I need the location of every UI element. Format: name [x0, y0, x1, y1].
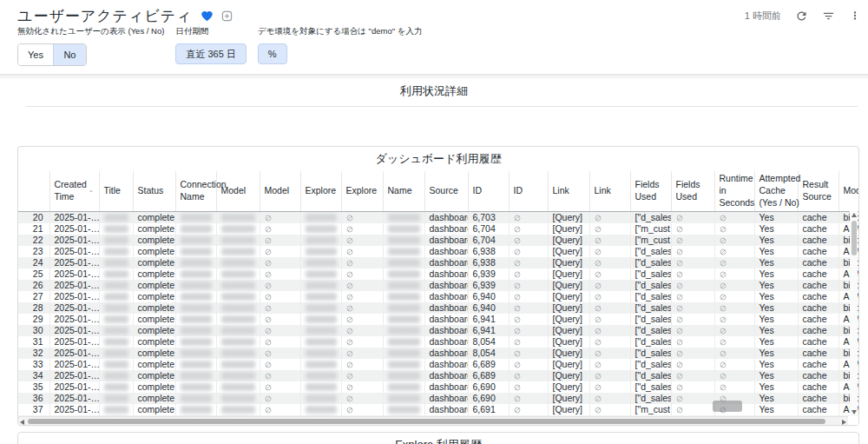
cell-link[interactable]: [Query] [548, 268, 589, 280]
cell-fields-used: ["d_sales… [630, 381, 671, 393]
cell-link[interactable]: [Query] [548, 314, 589, 325]
refresh-icon[interactable] [795, 10, 808, 23]
horizontal-scroll-thumb[interactable] [28, 419, 825, 424]
cell-link[interactable]: [Query] [548, 348, 589, 359]
cell-link[interactable]: [Query] [548, 211, 589, 223]
cell-attempted-cache: Yes [754, 314, 798, 325]
cell-attempted-cache: Yes [754, 336, 798, 348]
filter-bar-shadow [0, 74, 868, 80]
column-header-result-source[interactable]: Result Source [798, 171, 838, 211]
redacted-blur [181, 248, 212, 255]
column-header-row-number[interactable] [18, 171, 49, 211]
cell-runtime-in-seconds [714, 302, 754, 314]
cell-explore-2 [341, 404, 383, 415]
demo-filter-button[interactable]: % [258, 43, 287, 64]
cell-link[interactable]: [Query] [548, 223, 589, 235]
cell-link[interactable]: [Query] [548, 404, 589, 415]
cell-connection-name-redacted [175, 302, 216, 314]
cell-fields-used-2 [671, 404, 714, 415]
null-value-icon [676, 249, 683, 255]
cell-link[interactable]: [Query] [548, 280, 589, 291]
column-header-id-2[interactable]: ID [509, 171, 548, 211]
cell-created-time: 2025-01-… [49, 348, 99, 359]
cell-link[interactable]: [Query] [548, 257, 589, 268]
cell-fields-used-2 [671, 235, 714, 246]
null-value-icon [514, 305, 521, 312]
column-header-model-2[interactable]: Model [260, 171, 300, 211]
null-value-icon [720, 316, 727, 323]
redacted-blur [221, 394, 255, 402]
scroll-left-arrow[interactable] [20, 420, 24, 425]
cell-model-2 [260, 211, 300, 223]
cell-link[interactable]: [Query] [548, 336, 589, 348]
cell-link[interactable]: [Query] [548, 246, 589, 257]
column-header-source[interactable]: Source [424, 171, 468, 211]
cell-created-time: 2025-01-… [49, 336, 99, 348]
cell-explore-redacted [300, 370, 341, 381]
column-header-runtime-in-seconds[interactable]: Runtime in Seconds [714, 171, 754, 211]
column-header-model[interactable]: Model [216, 171, 260, 211]
cell-link[interactable]: [Query] [548, 302, 589, 314]
kebab-menu-icon[interactable] [849, 10, 861, 22]
column-header-explore[interactable]: Explore [300, 171, 341, 211]
vertical-scrollbar[interactable] [850, 211, 858, 416]
cell-fields-used: ["m_cust… [630, 223, 671, 235]
cell-fields-used: ["d_sales… [630, 359, 671, 370]
scroll-right-arrow[interactable] [842, 420, 846, 425]
column-header-attempted-cache[interactable]: Attempted Cache (Yes / No) [754, 171, 798, 211]
toggle-option-no[interactable]: No [53, 44, 86, 65]
column-header-link-2[interactable]: Link [589, 171, 630, 211]
cell-link[interactable]: [Query] [548, 359, 589, 370]
date-range-button[interactable]: 直近 365 日 [175, 43, 246, 64]
cell-title-redacted [99, 348, 133, 359]
null-value-icon [676, 339, 683, 346]
cell-link-2 [589, 336, 630, 348]
add-to-board-icon[interactable] [221, 10, 233, 22]
null-value-icon [720, 373, 727, 380]
column-header-name[interactable]: Name [383, 171, 424, 211]
horizontal-scrollbar[interactable] [18, 416, 858, 425]
favorite-heart-icon[interactable] [201, 10, 214, 23]
column-header-status[interactable]: Status [133, 171, 175, 211]
filter-label: デモ環境を対象にする場合は "demo" を入力 [258, 26, 423, 37]
cell-attempted-cache: Yes [754, 268, 798, 280]
scroll-down-arrow[interactable] [852, 410, 857, 414]
cell-runtime-in-seconds [714, 314, 754, 325]
cell-id-2 [509, 246, 548, 257]
cell-result-source: cache [798, 404, 838, 415]
cell-row-number: 21 [18, 223, 49, 235]
cell-fields-used: ["m_cust… [630, 404, 671, 415]
cell-status: complete [133, 381, 175, 393]
cell-link[interactable]: [Query] [548, 370, 589, 381]
cell-fields-used: ["d_sales… [630, 314, 671, 325]
column-header-created-time[interactable]: Created Time [49, 171, 99, 211]
cell-link[interactable]: [Query] [548, 381, 589, 393]
column-header-id[interactable]: ID [468, 171, 509, 211]
column-header-fields-used[interactable]: Fields Used [630, 171, 671, 211]
null-value-icon [720, 282, 727, 289]
null-value-icon [346, 282, 353, 289]
cell-link[interactable]: [Query] [548, 393, 589, 404]
column-header-fields-used-2[interactable]: Fields Used [671, 171, 714, 211]
redacted-blur [104, 372, 128, 380]
cell-title-redacted [99, 314, 133, 325]
column-header-link[interactable]: Link [548, 171, 589, 211]
cell-connection-name-redacted [175, 235, 216, 246]
column-header-title[interactable]: Title [99, 171, 133, 211]
cell-id: 6,940 [468, 291, 509, 302]
cell-model-2 [260, 348, 300, 359]
null-value-icon [676, 226, 683, 233]
toggle-option-yes[interactable]: Yes [18, 44, 53, 65]
column-header-models[interactable]: Models [838, 171, 858, 211]
cell-link[interactable]: [Query] [548, 325, 589, 336]
column-header-explore-2[interactable]: Explore [341, 171, 383, 211]
cell-link[interactable]: [Query] [548, 235, 589, 246]
vertical-scroll-thumb[interactable] [852, 221, 857, 255]
column-header-connection-name[interactable]: Connection Name [175, 171, 216, 211]
cell-link[interactable]: [Query] [548, 291, 589, 302]
scroll-up-arrow[interactable] [852, 213, 857, 217]
cell-status: complete [133, 246, 175, 257]
cell-explore-redacted [300, 302, 341, 314]
cell-model-redacted [216, 280, 260, 291]
filters-toggle-icon[interactable] [822, 10, 835, 23]
